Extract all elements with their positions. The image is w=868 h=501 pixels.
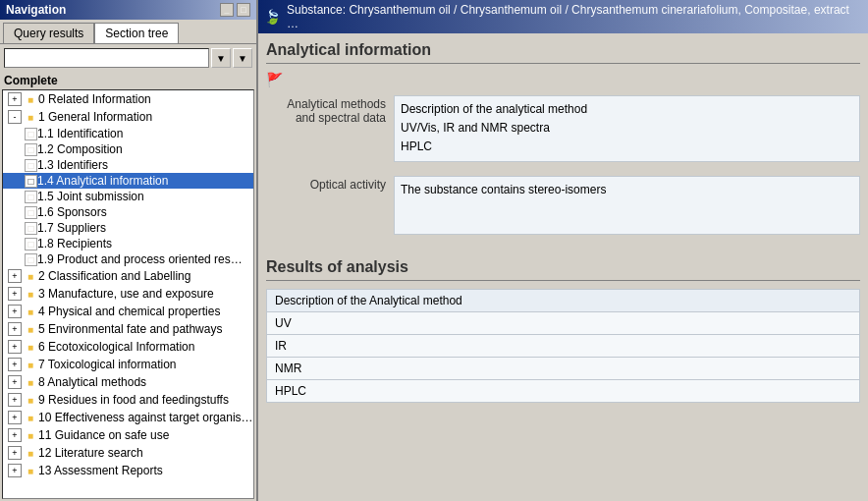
expand-6[interactable]: + xyxy=(8,340,22,354)
tree-item-1[interactable]: - ■ 1 General Information xyxy=(3,108,253,126)
tree-label-11: 11 Guidance on safe use xyxy=(38,428,169,442)
analytical-methods-row: Analytical methods and spectral data Des… xyxy=(266,95,860,162)
folder-icon-13: ■ xyxy=(23,463,38,478)
search-input[interactable] xyxy=(4,48,209,68)
tree-label-6: 6 Ecotoxicological Information xyxy=(38,340,194,354)
page-icon-1-6: □ xyxy=(25,206,37,219)
analytical-methods-label: Analytical methods and spectral data xyxy=(266,95,394,162)
search-row: ▼ ▼ xyxy=(0,44,256,72)
tree-item-1-4[interactable]: □ 1.4 Analytical information xyxy=(3,173,253,189)
status-label: Complete xyxy=(4,74,58,87)
tree-item-5[interactable]: + ■ 5 Environmental fate and pathways xyxy=(3,320,253,338)
expand-13[interactable]: + xyxy=(8,464,22,477)
table-row[interactable]: IR xyxy=(267,334,860,357)
analytical-value-line-2: UV/Vis, IR and NMR spectra xyxy=(401,119,853,138)
tree-item-4[interactable]: + ■ 4 Physical and chemical properties xyxy=(3,303,253,320)
spacer-3 xyxy=(266,249,860,258)
tree-label-1-2: 1.2 Composition xyxy=(37,142,123,156)
tree-item-10[interactable]: + ■ 10 Effectiveness against target orga… xyxy=(3,409,253,426)
minimize-button[interactable]: _ xyxy=(220,3,234,17)
expand-4[interactable]: + xyxy=(8,305,22,318)
tree-container[interactable]: + ■ 0 Related Information - ■ 1 General … xyxy=(2,89,254,499)
tree-item-9[interactable]: + ■ 9 Residues in food and feedingstuffs xyxy=(3,391,253,409)
result-hplc: HPLC xyxy=(267,379,860,402)
page-icon-1-5: □ xyxy=(25,191,37,203)
status-row: Complete xyxy=(0,72,256,89)
tree-item-1-2[interactable]: □ 1.2 Composition xyxy=(3,141,253,157)
folder-icon-2: ■ xyxy=(23,268,38,284)
result-ir: IR xyxy=(267,334,860,357)
expand-2[interactable]: + xyxy=(8,269,22,283)
expand-1[interactable]: - xyxy=(8,110,22,124)
tree-item-1-7[interactable]: □ 1.7 Suppliers xyxy=(3,220,253,236)
results-table-header-cell: Description of the Analytical method xyxy=(267,289,860,311)
dropdown-button[interactable]: ▼ xyxy=(233,48,252,68)
tab-query-results[interactable]: Query results xyxy=(3,23,94,43)
table-row[interactable]: HPLC xyxy=(267,379,860,402)
result-nmr: NMR xyxy=(267,357,860,379)
spacer-2 xyxy=(266,239,860,249)
tree-item-12[interactable]: + ■ 12 Literature search xyxy=(3,444,253,462)
right-title: Substance: Chrysanthemum oil / Chrysanth… xyxy=(287,3,862,30)
tree-label-1-8: 1.8 Recipients xyxy=(37,237,112,250)
result-uv: UV xyxy=(267,311,860,334)
tree-item-8[interactable]: + ■ 8 Analytical methods xyxy=(3,373,253,391)
right-titlebar: 🍃 Substance: Chrysanthemum oil / Chrysan… xyxy=(258,0,868,33)
expand-11[interactable]: + xyxy=(8,428,22,442)
tree-item-1-1[interactable]: □ 1.1 Identification xyxy=(3,126,253,141)
page-icon-1-4: □ xyxy=(25,175,37,188)
expand-0[interactable]: + xyxy=(8,92,22,106)
tree-label-1-1: 1.1 Identification xyxy=(37,127,123,140)
search-button[interactable]: ▼ xyxy=(211,48,231,68)
tree-item-3[interactable]: + ■ 3 Manufacture, use and exposure xyxy=(3,285,253,303)
tree-item-1-5[interactable]: □ 1.5 Joint submission xyxy=(3,189,253,204)
tree-label-8: 8 Analytical methods xyxy=(38,375,146,389)
tree-label-1-5: 1.5 Joint submission xyxy=(37,190,144,203)
folder-icon-9: ■ xyxy=(23,392,38,408)
expand-3[interactable]: + xyxy=(8,287,22,301)
tree-item-1-9[interactable]: □ 1.9 Product and process oriented res… xyxy=(3,251,253,267)
table-row[interactable]: NMR xyxy=(267,357,860,379)
folder-icon-7: ■ xyxy=(23,357,38,372)
tree-item-6[interactable]: + ■ 6 Ecotoxicological Information xyxy=(3,338,253,356)
folder-icon-0: ■ xyxy=(23,91,38,107)
tree-item-13[interactable]: + ■ 13 Assessment Reports xyxy=(3,462,253,479)
analytical-value-line-1: Description of the analytical method xyxy=(401,100,853,119)
tree-label-3: 3 Manufacture, use and exposure xyxy=(38,287,214,301)
tree-label-1-6: 1.6 Sponsors xyxy=(37,205,107,219)
table-row[interactable]: UV xyxy=(267,311,860,334)
tree-item-1-3[interactable]: □ 1.3 Identifiers xyxy=(3,157,253,173)
expand-9[interactable]: + xyxy=(8,393,22,407)
tree-item-1-8[interactable]: □ 1.8 Recipients xyxy=(3,236,253,251)
folder-icon-10: ■ xyxy=(23,410,38,425)
flag-icon: 🚩 xyxy=(266,72,283,87)
optical-activity-row: Optical activity The substance contains … xyxy=(266,176,860,235)
maximize-button[interactable]: □ xyxy=(237,3,250,17)
tree-label-1-7: 1.7 Suppliers xyxy=(37,221,106,235)
tree-item-1-6[interactable]: □ 1.6 Sponsors xyxy=(3,204,253,220)
expand-12[interactable]: + xyxy=(8,446,22,460)
expand-8[interactable]: + xyxy=(8,375,22,389)
expand-10[interactable]: + xyxy=(8,411,22,424)
tree-label-1-9: 1.9 Product and process oriented res… xyxy=(37,252,243,266)
tree-item-11[interactable]: + ■ 11 Guidance on safe use xyxy=(3,426,253,444)
analytical-methods-value: Description of the analytical method UV/… xyxy=(394,95,860,162)
right-content: Analytical information 🚩 Analytical meth… xyxy=(258,33,868,501)
tree-item-0[interactable]: + ■ 0 Related Information xyxy=(3,90,253,108)
folder-icon-4: ■ xyxy=(23,304,38,319)
nav-titlebar: Navigation _ □ xyxy=(0,0,256,20)
left-panel: Navigation _ □ Query results Section tre… xyxy=(0,0,258,501)
tabs-row: Query results Section tree xyxy=(0,20,256,44)
results-table-header: Description of the Analytical method xyxy=(267,289,860,311)
expand-5[interactable]: + xyxy=(8,322,22,336)
tree-label-7: 7 Toxicological information xyxy=(38,358,177,371)
main-window: Navigation _ □ Query results Section tre… xyxy=(0,0,868,501)
optical-activity-value: The substance contains stereo-isomers xyxy=(394,176,860,235)
tree-item-2[interactable]: + ■ 2 Classification and Labelling xyxy=(3,267,253,285)
tree-item-7[interactable]: + ■ 7 Toxicological information xyxy=(3,356,253,373)
expand-7[interactable]: + xyxy=(8,358,22,371)
page-icon-1-7: □ xyxy=(25,222,37,235)
tab-section-tree[interactable]: Section tree xyxy=(94,23,179,43)
page-icon-1-1: □ xyxy=(25,128,37,140)
optical-activity-label: Optical activity xyxy=(266,176,394,235)
